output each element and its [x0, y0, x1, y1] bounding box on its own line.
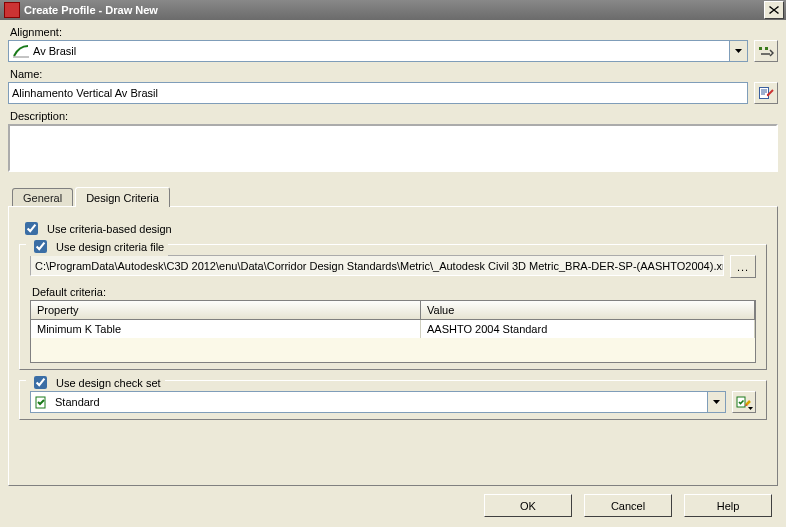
- alignment-label: Alignment:: [10, 26, 778, 38]
- cancel-button[interactable]: Cancel: [584, 494, 672, 517]
- tab-general[interactable]: General: [12, 188, 73, 207]
- description-label: Description:: [10, 110, 778, 122]
- svg-rect-2: [760, 88, 769, 99]
- use-design-check-set-label: Use design check set: [56, 377, 161, 389]
- description-input[interactable]: [8, 124, 778, 172]
- criteria-file-path: C:\ProgramData\Autodesk\C3D 2012\enu\Dat…: [30, 255, 724, 276]
- tabstrip: General Design Criteria: [8, 186, 778, 206]
- close-button[interactable]: [764, 1, 784, 19]
- window-title: Create Profile - Draw New: [24, 4, 158, 16]
- pick-alignment-button[interactable]: [754, 40, 778, 62]
- chevron-down-icon: [729, 41, 747, 61]
- use-criteria-based-design-label: Use criteria-based design: [47, 223, 172, 235]
- app-icon: [4, 2, 20, 18]
- chevron-down-icon: [748, 407, 753, 410]
- design-criteria-file-group: Use design criteria file C:\ProgramData\…: [19, 244, 767, 370]
- svg-rect-1: [765, 47, 768, 50]
- cell-value: AASHTO 2004 Standard: [421, 320, 755, 338]
- use-criteria-based-design-checkbox[interactable]: [25, 222, 38, 235]
- grid-header: Property Value: [31, 301, 755, 320]
- ok-button[interactable]: OK: [484, 494, 572, 517]
- chevron-down-icon: [707, 392, 725, 412]
- name-template-icon: [758, 86, 774, 100]
- dialog-footer: OK Cancel Help: [484, 494, 772, 517]
- check-set-edit-icon: [736, 395, 752, 409]
- close-icon: [769, 6, 779, 14]
- tab-panel-design-criteria: Use criteria-based design Use design cri…: [8, 206, 778, 486]
- use-design-check-set-checkbox[interactable]: [34, 376, 47, 389]
- use-criteria-based-design-row[interactable]: Use criteria-based design: [21, 219, 767, 238]
- use-design-criteria-file-label: Use design criteria file: [56, 241, 164, 253]
- name-template-button[interactable]: [754, 82, 778, 104]
- default-criteria-grid: Property Value Minimum K Table AASHTO 20…: [30, 300, 756, 363]
- check-set-value: Standard: [55, 396, 100, 408]
- svg-point-3: [767, 94, 769, 96]
- svg-rect-5: [737, 397, 745, 407]
- grid-filler: [31, 338, 755, 362]
- name-label: Name:: [10, 68, 778, 80]
- help-button[interactable]: Help: [684, 494, 772, 517]
- check-set-combo[interactable]: Standard: [30, 391, 726, 413]
- alignment-value: Av Brasil: [33, 45, 76, 57]
- check-set-edit-button[interactable]: [732, 391, 756, 413]
- titlebar: Create Profile - Draw New: [0, 0, 786, 20]
- table-row[interactable]: Minimum K Table AASHTO 2004 Standard: [31, 320, 755, 338]
- alignment-icon: [13, 44, 29, 58]
- default-criteria-label: Default criteria:: [32, 286, 756, 298]
- cell-property: Minimum K Table: [31, 320, 421, 338]
- use-design-criteria-file-checkbox[interactable]: [34, 240, 47, 253]
- browse-criteria-file-button[interactable]: ...: [730, 255, 756, 278]
- col-value: Value: [421, 301, 755, 319]
- check-set-icon: [35, 395, 51, 409]
- name-input[interactable]: [8, 82, 748, 104]
- pick-alignment-icon: [758, 44, 774, 58]
- alignment-combo[interactable]: Av Brasil: [8, 40, 748, 62]
- design-check-set-group: Use design check set Standard: [19, 380, 767, 420]
- tab-design-criteria[interactable]: Design Criteria: [75, 187, 170, 207]
- svg-rect-0: [759, 47, 762, 50]
- col-property: Property: [31, 301, 421, 319]
